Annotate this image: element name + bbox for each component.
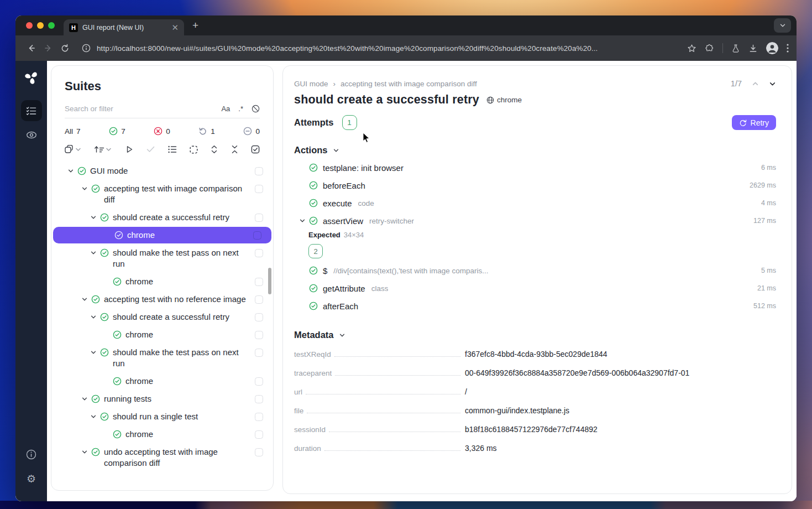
attempt-badge[interactable]: 1 bbox=[342, 115, 357, 130]
browser-tab[interactable]: H GUI report (New UI) ✕ bbox=[64, 19, 184, 35]
new-tab-button[interactable]: + bbox=[192, 19, 198, 32]
run-tests-button[interactable] bbox=[125, 145, 134, 154]
match-case-toggle[interactable]: Aa bbox=[221, 105, 230, 113]
chevron-down-icon[interactable] bbox=[66, 168, 76, 174]
tab-close-icon[interactable]: ✕ bbox=[171, 23, 179, 32]
menu-kebab-icon[interactable] bbox=[787, 44, 789, 53]
filter-retried[interactable]: 1 bbox=[198, 127, 215, 136]
address-bar[interactable]: http://localhost:8000/new-ui#/suites/GUI… bbox=[73, 44, 679, 53]
tree-item-checkbox[interactable] bbox=[255, 349, 263, 357]
action-row[interactable]: afterEach 512 ms bbox=[294, 297, 776, 315]
sort-dropdown[interactable] bbox=[94, 145, 112, 154]
zoom-window-button[interactable] bbox=[48, 22, 55, 29]
tree-row[interactable]: accepting test with image comparison dif… bbox=[51, 180, 273, 209]
tree-row[interactable]: accepting test with no reference image bbox=[51, 290, 273, 308]
tree-row[interactable]: should make the test pass on next run bbox=[51, 344, 273, 372]
tree-item-checkbox[interactable] bbox=[255, 377, 263, 386]
browsers-select-dropdown[interactable] bbox=[65, 145, 81, 154]
screenshot-attempt-badge[interactable]: 2 bbox=[308, 244, 323, 258]
chevron-down-icon[interactable] bbox=[88, 349, 98, 356]
tree-row[interactable]: chrome bbox=[51, 372, 273, 390]
downloads-icon[interactable] bbox=[748, 44, 758, 53]
chevron-down-icon[interactable] bbox=[80, 396, 90, 402]
tree-item-checkbox[interactable] bbox=[255, 249, 263, 257]
action-row[interactable]: beforeEach 2629 ms bbox=[294, 176, 776, 194]
chevron-down-icon[interactable] bbox=[80, 449, 90, 455]
tree-row[interactable]: should make the test pass on next run bbox=[51, 244, 273, 273]
breadcrumb-subsuite[interactable]: accepting test with image comparison dif… bbox=[340, 80, 477, 88]
action-row[interactable]: $ //div[contains(text(),'test with image… bbox=[294, 262, 776, 279]
tree-item-checkbox[interactable] bbox=[253, 231, 261, 240]
tree-row[interactable]: GUI mode bbox=[51, 162, 273, 180]
chevron-down-icon[interactable] bbox=[88, 314, 98, 320]
filter-passed[interactable]: 7 bbox=[109, 127, 125, 136]
actions-section-header[interactable]: Actions bbox=[294, 145, 776, 155]
testplane-logo[interactable] bbox=[23, 68, 40, 86]
experiments-flask-icon[interactable] bbox=[731, 44, 740, 53]
filter-all[interactable]: All 7 bbox=[65, 127, 81, 136]
chevron-down-icon[interactable] bbox=[80, 296, 90, 303]
tree-row[interactable]: should create a successful retry bbox=[51, 209, 273, 226]
filter-failed[interactable]: 0 bbox=[154, 127, 170, 136]
tree-item-checkbox[interactable] bbox=[255, 331, 263, 339]
tree-row[interactable]: chrome bbox=[51, 273, 273, 290]
metadata-section-header[interactable]: Metadata bbox=[294, 330, 776, 340]
chevron-down-icon[interactable] bbox=[80, 185, 90, 192]
action-row[interactable]: testplane: init browser 6 ms bbox=[294, 159, 776, 176]
focus-mode-button[interactable] bbox=[190, 146, 198, 154]
action-row[interactable]: getAttribute class 21 ms bbox=[294, 279, 776, 297]
close-window-button[interactable] bbox=[26, 22, 33, 29]
breadcrumb-suite[interactable]: GUI mode bbox=[294, 80, 328, 88]
tree-item-checkbox[interactable] bbox=[255, 313, 263, 321]
search-bar[interactable]: Search or filter Aa .* bbox=[65, 105, 260, 118]
view-list-button[interactable] bbox=[168, 146, 177, 153]
profile-avatar[interactable] bbox=[766, 42, 778, 54]
browsers-filter-globe-icon[interactable] bbox=[252, 105, 260, 113]
tree-item-checkbox[interactable] bbox=[255, 185, 263, 193]
search-input[interactable]: Search or filter bbox=[65, 105, 221, 113]
tree-item-checkbox[interactable] bbox=[255, 278, 263, 286]
action-row[interactable]: assertView retry-switcher 127 ms bbox=[294, 212, 776, 230]
tree-row[interactable]: chrome bbox=[51, 425, 273, 443]
back-button[interactable] bbox=[23, 40, 40, 56]
chevron-down-icon[interactable] bbox=[88, 250, 98, 256]
info-button[interactable] bbox=[21, 444, 42, 465]
tree-scrollbar[interactable] bbox=[268, 268, 271, 294]
tree-item-checkbox[interactable] bbox=[255, 413, 263, 421]
chevron-down-icon[interactable] bbox=[296, 217, 308, 224]
regex-toggle[interactable]: .* bbox=[238, 105, 243, 113]
tree-row[interactable]: should run a single test bbox=[51, 408, 273, 425]
expand-all-button[interactable] bbox=[211, 145, 218, 154]
tree-item-checkbox[interactable] bbox=[255, 214, 263, 222]
extensions-puzzle-icon[interactable] bbox=[705, 44, 714, 53]
collapse-all-button[interactable] bbox=[231, 145, 238, 154]
tree-item-checkbox[interactable] bbox=[255, 430, 263, 439]
tab-search-button[interactable] bbox=[774, 18, 791, 33]
tree-item-checkbox[interactable] bbox=[255, 167, 263, 175]
forward-button[interactable] bbox=[40, 40, 56, 56]
pager-prev-icon[interactable] bbox=[752, 80, 759, 87]
action-row[interactable]: execute code 4 ms bbox=[294, 194, 776, 212]
tree-row[interactable]: should create a successful retry bbox=[51, 308, 273, 326]
tree-row[interactable]: chrome bbox=[53, 227, 271, 243]
pager-next-icon[interactable] bbox=[769, 80, 776, 87]
tree-item-checkbox[interactable] bbox=[255, 295, 263, 304]
tree-item-checkbox[interactable] bbox=[255, 395, 263, 403]
reload-button[interactable] bbox=[56, 40, 73, 56]
tree-item-checkbox[interactable] bbox=[255, 448, 263, 456]
filter-skipped[interactable]: 0 bbox=[243, 127, 260, 136]
settings-button[interactable]: ⚙ bbox=[21, 468, 42, 489]
minimize-window-button[interactable] bbox=[37, 22, 44, 29]
chevron-down-icon[interactable] bbox=[88, 413, 98, 420]
bookmark-star-icon[interactable] bbox=[687, 44, 696, 53]
chevron-down-icon[interactable] bbox=[88, 214, 98, 221]
site-info-icon[interactable] bbox=[82, 44, 91, 53]
select-all-checkbox[interactable] bbox=[251, 145, 260, 154]
accept-all-button[interactable] bbox=[146, 146, 155, 153]
url-text[interactable]: http://localhost:8000/new-ui#/suites/GUI… bbox=[97, 44, 598, 53]
tree-row[interactable]: undo accepting test with image compariso… bbox=[51, 443, 273, 472]
nav-visual-checks-button[interactable] bbox=[21, 124, 42, 146]
tree-row[interactable]: chrome bbox=[51, 326, 273, 344]
nav-suites-button[interactable] bbox=[21, 100, 42, 121]
tree-row[interactable]: running tests bbox=[51, 390, 273, 408]
